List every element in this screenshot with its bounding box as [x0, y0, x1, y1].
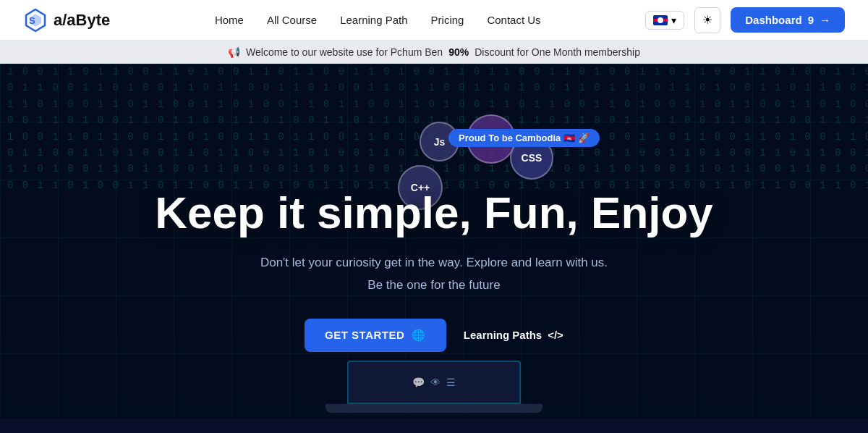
menu-icon: ☰ — [446, 377, 456, 388]
globe-icon: 🌐 — [412, 329, 426, 342]
get-started-label: GET STARTED — [325, 329, 404, 341]
proud-badge: Proud To be Cambodia 🇰🇭 🚀 — [448, 129, 600, 147]
nav-learning-path[interactable]: Learning Path — [340, 14, 407, 26]
logo-text: a/aByte — [54, 11, 110, 30]
dashboard-count: 9 — [808, 14, 814, 26]
dashboard-arrow-icon: → — [820, 14, 830, 26]
announcement-bar: 📢 Welcome to our website use for Pchum B… — [0, 41, 868, 64]
nav-right: ▾ ☀ Dashboard 9 → — [645, 7, 845, 33]
announcement-text-after: Discount for One Month membership — [475, 46, 640, 58]
nav-all-course[interactable]: All Course — [267, 14, 317, 26]
comment-icon: 💬 — [412, 377, 425, 388]
learning-paths-button[interactable]: Learning Paths </> — [464, 329, 563, 341]
logo-icon: S — [23, 8, 48, 33]
learning-paths-label: Learning Paths — [464, 329, 542, 341]
lang-arrow: ▾ — [671, 14, 676, 26]
navbar: S a/aByte Home All Course Learning Path … — [0, 0, 868, 41]
hero-title: Keep it simple, Fun, Enjoy — [155, 188, 713, 237]
nav-contact-us[interactable]: Contact Us — [487, 14, 540, 26]
flag-icon — [653, 15, 668, 25]
nav-links: Home All Course Learning Path Pricing Co… — [215, 14, 541, 27]
hero-buttons: GET STARTED 🌐 Learning Paths </> — [155, 319, 713, 352]
logo[interactable]: S a/aByte — [23, 8, 110, 33]
hero-content: Keep it simple, Fun, Enjoy Don't let you… — [126, 188, 742, 351]
hero-subtitle1: Don't let your curiosity get in the way.… — [155, 253, 713, 272]
laptop-illusion: 💬 👁 ☰ — [311, 361, 557, 419]
nav-home[interactable]: Home — [215, 14, 244, 26]
announcement-megaphone-icon: 📢 — [228, 46, 240, 58]
get-started-button[interactable]: GET STARTED 🌐 — [305, 319, 446, 352]
laptop-screen: 💬 👁 ☰ — [347, 361, 521, 404]
laptop-base — [326, 404, 542, 413]
hero-section: 1 0 0 1 1 0 1 1 0 0 1 1 0 1 0 0 1 1 0 1 … — [0, 64, 868, 419]
nav-pricing[interactable]: Pricing — [431, 14, 464, 26]
dashboard-label: Dashboard — [745, 14, 801, 26]
language-selector[interactable]: ▾ — [645, 11, 684, 30]
announcement-bold: 90% — [448, 46, 469, 58]
proud-badge-text: Proud To be Cambodia 🇰🇭 🚀 — [459, 133, 590, 143]
laptop-icons: 💬 👁 ☰ — [412, 377, 456, 388]
eye-icon: 👁 — [430, 377, 441, 388]
announcement-text-before: Welcome to our website use for Pchum Ben — [246, 46, 443, 58]
svg-text:S: S — [29, 15, 35, 26]
theme-toggle-button[interactable]: ☀ — [694, 7, 720, 33]
hero-subtitle2: Be the one for the future — [155, 278, 713, 293]
sun-icon: ☀ — [702, 13, 712, 27]
code-icon: </> — [548, 329, 563, 341]
dashboard-button[interactable]: Dashboard 9 → — [731, 7, 845, 33]
